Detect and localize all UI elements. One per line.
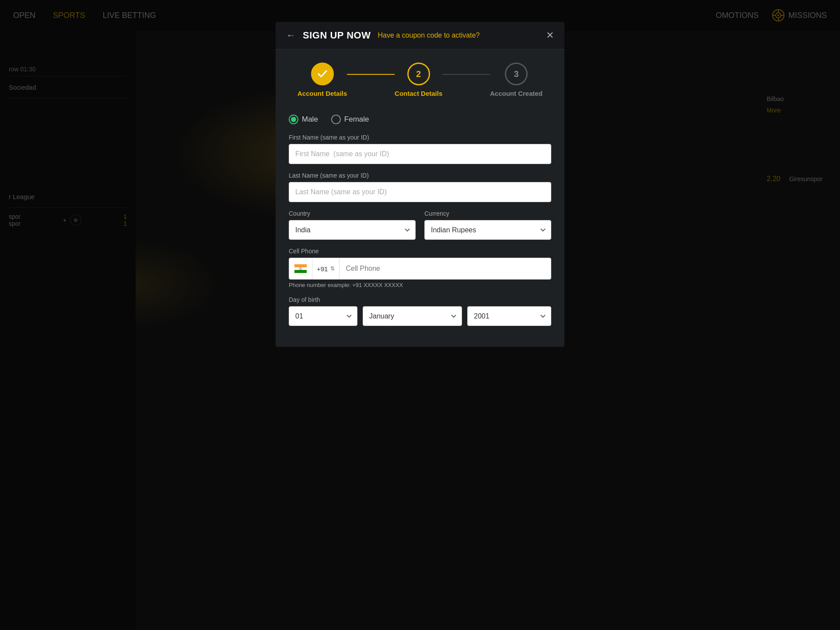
phone-label: Cell Phone <box>289 248 551 255</box>
dob-row: 01 January 2001 <box>289 306 551 326</box>
dob-month-select[interactable]: January <box>363 306 462 326</box>
step-line-1 <box>347 74 395 75</box>
india-flag-icon <box>294 264 307 273</box>
back-button[interactable]: ← <box>286 30 296 41</box>
modal-form: Male Female First Name (same as your ID)… <box>276 106 564 347</box>
modal-title: SIGN UP NOW <box>303 30 371 41</box>
coupon-link[interactable]: Have a coupon code to activate? <box>378 32 480 39</box>
step-2-label: Contact Details <box>395 90 442 97</box>
modal-header: ← SIGN UP NOW Have a coupon code to acti… <box>276 22 564 49</box>
last-name-field: Last Name (same as your ID) <box>289 172 551 202</box>
country-label: Country <box>289 210 416 217</box>
step-2-circle: 2 <box>407 63 430 85</box>
phone-input-row: +91 ⇅ <box>289 258 551 280</box>
step-line-2 <box>442 74 490 75</box>
currency-select[interactable]: Indian Rupees <box>424 220 551 240</box>
currency-field: Currency Indian Rupees <box>424 210 551 240</box>
close-button[interactable]: ✕ <box>546 30 554 41</box>
phone-number-input[interactable] <box>340 265 551 273</box>
gender-female-label: Female <box>344 115 369 124</box>
gender-female-option[interactable]: Female <box>331 115 369 124</box>
phone-field: Cell Phone +91 ⇅ <box>289 248 551 288</box>
currency-label: Currency <box>424 210 551 217</box>
dob-year-select[interactable]: 2001 <box>467 306 551 326</box>
first-name-label: First Name (same as your ID) <box>289 134 551 141</box>
last-name-input[interactable] <box>289 182 551 202</box>
phone-code[interactable]: +91 ⇅ <box>312 258 340 279</box>
gender-selection: Male Female <box>289 115 551 124</box>
gender-male-radio[interactable] <box>289 115 298 124</box>
gender-male-label: Male <box>302 115 318 124</box>
svg-point-11 <box>301 269 301 269</box>
dob-day-select[interactable]: 01 <box>289 306 357 326</box>
step-1-label: Account Details <box>298 90 347 97</box>
gender-female-radio[interactable] <box>331 115 341 124</box>
step-1: Account Details <box>298 63 347 97</box>
step-1-circle <box>311 63 334 85</box>
svg-rect-9 <box>294 270 307 273</box>
step-2: 2 Contact Details <box>395 63 442 97</box>
country-select[interactable]: India <box>289 220 416 240</box>
step-3-circle: 3 <box>505 63 528 85</box>
dob-field: Day of birth 01 January 2001 <box>289 296 551 326</box>
dob-label: Day of birth <box>289 296 551 303</box>
last-name-label: Last Name (same as your ID) <box>289 172 551 179</box>
first-name-input[interactable] <box>289 144 551 164</box>
step-3: 3 Account Created <box>490 63 542 97</box>
gender-male-option[interactable]: Male <box>289 115 318 124</box>
phone-hint: Phone number example: +91 XXXXX XXXXX <box>289 282 551 288</box>
country-field: Country India <box>289 210 416 240</box>
signup-modal: ← SIGN UP NOW Have a coupon code to acti… <box>276 22 564 347</box>
svg-rect-7 <box>294 264 307 267</box>
stepper: Account Details 2 Contact Details 3 Acco… <box>276 49 564 106</box>
step-3-label: Account Created <box>490 90 542 97</box>
phone-flag[interactable] <box>289 258 312 279</box>
country-currency-row: Country India Currency Indian Rupees <box>289 210 551 240</box>
first-name-field: First Name (same as your ID) <box>289 134 551 164</box>
